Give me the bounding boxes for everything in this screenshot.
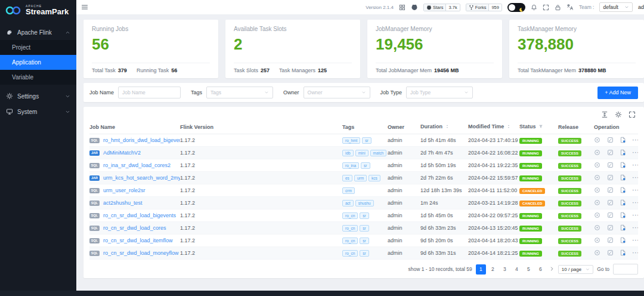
sidebar-item-label: Variable bbox=[12, 74, 70, 81]
job-name-link[interactable]: act2shushu_test bbox=[103, 200, 143, 206]
column-height-icon[interactable] bbox=[601, 111, 608, 118]
detail-icon[interactable] bbox=[594, 224, 600, 232]
job-type-select[interactable]: Job Type bbox=[406, 87, 473, 98]
release-icon[interactable] bbox=[620, 249, 626, 257]
next-page-button[interactable] bbox=[549, 266, 555, 273]
goto-page-input[interactable] bbox=[613, 264, 638, 275]
more-icon[interactable]: ··· bbox=[633, 174, 638, 180]
page-size-select[interactable]: 10 / page bbox=[558, 265, 593, 274]
page-button-4[interactable]: 4 bbox=[512, 264, 522, 275]
sidebar-item-application[interactable]: Application bbox=[0, 55, 76, 70]
page-button-2[interactable]: 2 bbox=[488, 264, 498, 275]
username[interactable]: ad bbox=[638, 4, 644, 10]
tags-cell: esurmkcs bbox=[342, 172, 388, 184]
edit-icon[interactable] bbox=[607, 199, 614, 207]
more-icon[interactable]: ··· bbox=[633, 149, 638, 155]
team-value: default bbox=[603, 4, 618, 10]
detail-icon[interactable] bbox=[594, 199, 600, 207]
sidebar-item-project[interactable]: Project bbox=[0, 40, 76, 55]
edit-icon[interactable] bbox=[607, 249, 614, 257]
theme-toggle[interactable] bbox=[507, 3, 525, 12]
settings-icon[interactable] bbox=[615, 111, 622, 118]
detail-icon[interactable] bbox=[594, 249, 600, 257]
detail-icon[interactable] bbox=[594, 137, 600, 144]
lock-icon[interactable] bbox=[555, 4, 561, 11]
filter-funnel-icon[interactable] bbox=[538, 124, 543, 130]
release-icon[interactable] bbox=[620, 199, 626, 207]
release-icon[interactable] bbox=[620, 224, 626, 232]
page-button-5[interactable]: 5 bbox=[524, 264, 534, 275]
edit-icon[interactable] bbox=[607, 187, 614, 195]
page-button-3[interactable]: 3 bbox=[500, 264, 510, 275]
release-icon[interactable] bbox=[620, 174, 626, 182]
bell-icon[interactable] bbox=[531, 4, 537, 11]
github-forks-badge[interactable]: Forks 959 bbox=[466, 4, 502, 11]
release-icon[interactable] bbox=[620, 149, 626, 157]
job-name-link[interactable]: ro_cn_sr_dwd_load_bigevents bbox=[103, 212, 176, 218]
job-name-link[interactable]: urm_user_role2sr bbox=[103, 187, 145, 193]
page-button-6[interactable]: 6 bbox=[535, 264, 546, 275]
more-icon[interactable]: ··· bbox=[633, 199, 638, 205]
tag-chip: crm bbox=[342, 187, 355, 194]
sidebar-item-apache-flink[interactable]: Apache Flink bbox=[0, 24, 76, 40]
sort-icon[interactable] bbox=[506, 124, 511, 130]
job-name-link[interactable]: ro_ina_sr_dwd_load_cores2 bbox=[103, 162, 171, 168]
release-icon[interactable] bbox=[620, 212, 626, 220]
job-name-link[interactable]: ro_hmt_doris_dwd_load_bigevents_p1 bbox=[103, 137, 180, 143]
sidebar-item-settings[interactable]: Settings bbox=[0, 88, 76, 104]
edit-icon[interactable] bbox=[607, 137, 614, 144]
stat-card-running-jobs: Running Jobs 56 Total Task379 Running Ta… bbox=[83, 20, 218, 78]
sidebar-item-variable[interactable]: Variable bbox=[0, 70, 76, 85]
detail-icon[interactable] bbox=[594, 187, 600, 195]
owner-cell: admin bbox=[388, 172, 420, 184]
more-icon[interactable]: ··· bbox=[633, 224, 638, 230]
owner-cell: admin bbox=[388, 222, 420, 235]
team-select[interactable]: default bbox=[599, 2, 633, 12]
fullscreen-icon[interactable] bbox=[543, 4, 549, 11]
tags-label: Tags bbox=[191, 90, 202, 95]
detail-icon[interactable] bbox=[594, 212, 600, 220]
more-icon[interactable]: ··· bbox=[633, 137, 638, 143]
more-icon[interactable]: ··· bbox=[633, 237, 638, 243]
version-label: Version 2.1.4 bbox=[366, 5, 394, 10]
more-icon[interactable]: ··· bbox=[633, 187, 638, 193]
detail-icon[interactable] bbox=[594, 162, 600, 169]
sidebar-item-system[interactable]: System bbox=[0, 104, 76, 119]
translate-icon[interactable] bbox=[566, 4, 574, 11]
job-name-link[interactable]: ro_cn_sr_dwd_load_itemflow bbox=[103, 238, 173, 243]
release-icon[interactable] bbox=[620, 162, 626, 169]
duration-cell: 2d 7h 22m 6s bbox=[420, 172, 468, 184]
edit-icon[interactable] bbox=[607, 162, 614, 169]
edit-icon[interactable] bbox=[607, 174, 614, 182]
detail-icon[interactable] bbox=[594, 174, 600, 182]
job-name-link[interactable]: AdMiniMatchV2 bbox=[103, 150, 141, 156]
release-icon[interactable] bbox=[620, 187, 626, 195]
edit-icon[interactable] bbox=[607, 224, 614, 232]
page-button-1[interactable]: 1 bbox=[476, 264, 486, 275]
add-new-button[interactable]: + Add New bbox=[597, 87, 638, 99]
job-name-link[interactable]: ro_cn_sr_dwd_load_cores bbox=[103, 225, 166, 231]
more-icon[interactable]: ··· bbox=[633, 212, 638, 218]
menu-fold-icon[interactable] bbox=[81, 4, 88, 11]
sidebar-item-label: Application bbox=[12, 59, 70, 66]
release-icon[interactable] bbox=[620, 237, 626, 245]
github-stars-badge[interactable]: Stars 3.7k bbox=[423, 4, 460, 11]
edit-icon[interactable] bbox=[607, 149, 614, 157]
fullscreen-icon[interactable] bbox=[628, 111, 636, 118]
github-icon[interactable] bbox=[411, 4, 418, 11]
job-name-link[interactable]: ro_cn_sr_dwd_load_moneyflow bbox=[103, 250, 179, 256]
job-name-input[interactable] bbox=[118, 87, 181, 98]
detail-icon[interactable] bbox=[594, 237, 600, 245]
more-icon[interactable]: ··· bbox=[633, 162, 638, 168]
tags-select[interactable]: Tags bbox=[206, 87, 273, 98]
owner-select[interactable]: Owner bbox=[304, 87, 370, 98]
edit-icon[interactable] bbox=[607, 237, 614, 245]
grid-icon[interactable] bbox=[399, 4, 405, 11]
more-icon[interactable]: ··· bbox=[633, 249, 638, 255]
edit-icon[interactable] bbox=[607, 212, 614, 220]
detail-icon[interactable] bbox=[594, 149, 600, 157]
release-icon[interactable] bbox=[620, 137, 626, 144]
release-badge: SUCCESS bbox=[558, 201, 581, 206]
sort-icon[interactable] bbox=[445, 124, 450, 130]
job-name-link[interactable]: urm_kcs_hot_search_word_2mysqlV2 bbox=[103, 175, 180, 181]
